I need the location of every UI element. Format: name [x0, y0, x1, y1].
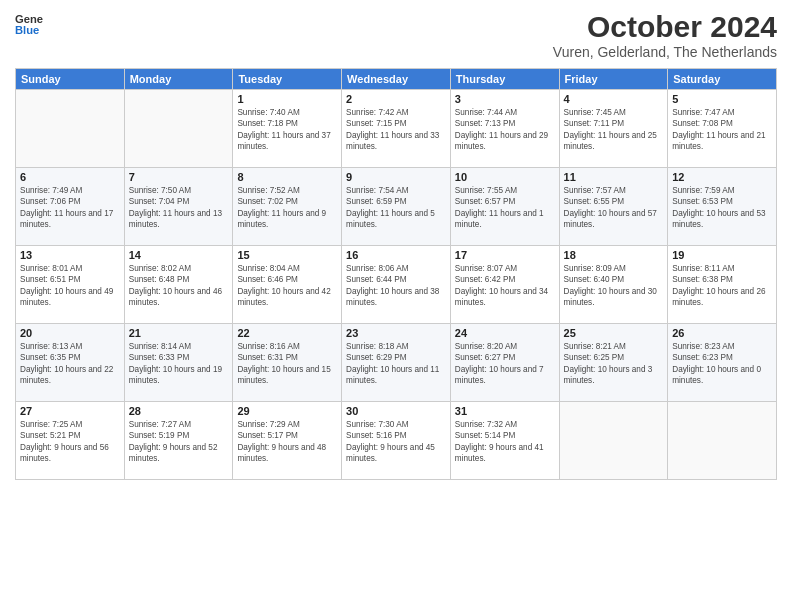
day-number: 27	[20, 405, 120, 417]
calendar-cell: 18Sunrise: 8:09 AM Sunset: 6:40 PM Dayli…	[559, 246, 668, 324]
calendar-row-1: 6Sunrise: 7:49 AM Sunset: 7:06 PM Daylig…	[16, 168, 777, 246]
logo: General Blue	[15, 10, 43, 38]
day-number: 30	[346, 405, 446, 417]
day-number: 13	[20, 249, 120, 261]
calendar-cell: 1Sunrise: 7:40 AM Sunset: 7:18 PM Daylig…	[233, 90, 342, 168]
calendar-cell: 16Sunrise: 8:06 AM Sunset: 6:44 PM Dayli…	[342, 246, 451, 324]
calendar-cell: 6Sunrise: 7:49 AM Sunset: 7:06 PM Daylig…	[16, 168, 125, 246]
day-info: Sunrise: 8:21 AM Sunset: 6:25 PM Dayligh…	[564, 341, 664, 387]
calendar-cell	[559, 402, 668, 480]
calendar-cell	[124, 90, 233, 168]
calendar-cell: 17Sunrise: 8:07 AM Sunset: 6:42 PM Dayli…	[450, 246, 559, 324]
day-number: 4	[564, 93, 664, 105]
day-info: Sunrise: 7:55 AM Sunset: 6:57 PM Dayligh…	[455, 185, 555, 231]
day-info: Sunrise: 8:07 AM Sunset: 6:42 PM Dayligh…	[455, 263, 555, 309]
day-info: Sunrise: 8:02 AM Sunset: 6:48 PM Dayligh…	[129, 263, 229, 309]
svg-text:Blue: Blue	[15, 24, 39, 36]
day-info: Sunrise: 7:45 AM Sunset: 7:11 PM Dayligh…	[564, 107, 664, 153]
day-info: Sunrise: 7:49 AM Sunset: 7:06 PM Dayligh…	[20, 185, 120, 231]
col-tuesday: Tuesday	[233, 69, 342, 90]
calendar-cell: 26Sunrise: 8:23 AM Sunset: 6:23 PM Dayli…	[668, 324, 777, 402]
col-sunday: Sunday	[16, 69, 125, 90]
day-info: Sunrise: 8:20 AM Sunset: 6:27 PM Dayligh…	[455, 341, 555, 387]
col-monday: Monday	[124, 69, 233, 90]
day-number: 21	[129, 327, 229, 339]
main-title: October 2024	[553, 10, 777, 44]
day-info: Sunrise: 7:42 AM Sunset: 7:15 PM Dayligh…	[346, 107, 446, 153]
day-number: 31	[455, 405, 555, 417]
subtitle: Vuren, Gelderland, The Netherlands	[553, 44, 777, 60]
day-info: Sunrise: 7:32 AM Sunset: 5:14 PM Dayligh…	[455, 419, 555, 465]
day-info: Sunrise: 7:27 AM Sunset: 5:19 PM Dayligh…	[129, 419, 229, 465]
day-info: Sunrise: 7:29 AM Sunset: 5:17 PM Dayligh…	[237, 419, 337, 465]
day-number: 25	[564, 327, 664, 339]
day-info: Sunrise: 7:30 AM Sunset: 5:16 PM Dayligh…	[346, 419, 446, 465]
calendar-cell: 3Sunrise: 7:44 AM Sunset: 7:13 PM Daylig…	[450, 90, 559, 168]
day-info: Sunrise: 8:18 AM Sunset: 6:29 PM Dayligh…	[346, 341, 446, 387]
day-number: 20	[20, 327, 120, 339]
calendar-cell: 25Sunrise: 8:21 AM Sunset: 6:25 PM Dayli…	[559, 324, 668, 402]
day-number: 10	[455, 171, 555, 183]
day-number: 6	[20, 171, 120, 183]
day-info: Sunrise: 7:25 AM Sunset: 5:21 PM Dayligh…	[20, 419, 120, 465]
day-info: Sunrise: 8:06 AM Sunset: 6:44 PM Dayligh…	[346, 263, 446, 309]
calendar-row-3: 20Sunrise: 8:13 AM Sunset: 6:35 PM Dayli…	[16, 324, 777, 402]
day-number: 12	[672, 171, 772, 183]
header-row: Sunday Monday Tuesday Wednesday Thursday…	[16, 69, 777, 90]
day-number: 7	[129, 171, 229, 183]
day-number: 11	[564, 171, 664, 183]
calendar-cell: 9Sunrise: 7:54 AM Sunset: 6:59 PM Daylig…	[342, 168, 451, 246]
page: General Blue October 2024 Vuren, Gelderl…	[0, 0, 792, 612]
day-number: 23	[346, 327, 446, 339]
calendar-cell: 29Sunrise: 7:29 AM Sunset: 5:17 PM Dayli…	[233, 402, 342, 480]
calendar-cell: 4Sunrise: 7:45 AM Sunset: 7:11 PM Daylig…	[559, 90, 668, 168]
day-number: 22	[237, 327, 337, 339]
calendar-cell: 13Sunrise: 8:01 AM Sunset: 6:51 PM Dayli…	[16, 246, 125, 324]
calendar-cell: 10Sunrise: 7:55 AM Sunset: 6:57 PM Dayli…	[450, 168, 559, 246]
title-block: October 2024 Vuren, Gelderland, The Neth…	[553, 10, 777, 60]
day-number: 17	[455, 249, 555, 261]
day-number: 14	[129, 249, 229, 261]
day-info: Sunrise: 8:16 AM Sunset: 6:31 PM Dayligh…	[237, 341, 337, 387]
day-info: Sunrise: 8:11 AM Sunset: 6:38 PM Dayligh…	[672, 263, 772, 309]
day-info: Sunrise: 7:40 AM Sunset: 7:18 PM Dayligh…	[237, 107, 337, 153]
svg-text:General: General	[15, 13, 43, 25]
calendar-cell: 11Sunrise: 7:57 AM Sunset: 6:55 PM Dayli…	[559, 168, 668, 246]
calendar-cell: 27Sunrise: 7:25 AM Sunset: 5:21 PM Dayli…	[16, 402, 125, 480]
day-info: Sunrise: 8:01 AM Sunset: 6:51 PM Dayligh…	[20, 263, 120, 309]
calendar-cell: 12Sunrise: 7:59 AM Sunset: 6:53 PM Dayli…	[668, 168, 777, 246]
day-number: 2	[346, 93, 446, 105]
day-number: 1	[237, 93, 337, 105]
calendar-cell: 24Sunrise: 8:20 AM Sunset: 6:27 PM Dayli…	[450, 324, 559, 402]
calendar-cell: 20Sunrise: 8:13 AM Sunset: 6:35 PM Dayli…	[16, 324, 125, 402]
day-info: Sunrise: 7:47 AM Sunset: 7:08 PM Dayligh…	[672, 107, 772, 153]
calendar: Sunday Monday Tuesday Wednesday Thursday…	[15, 68, 777, 480]
calendar-cell: 23Sunrise: 8:18 AM Sunset: 6:29 PM Dayli…	[342, 324, 451, 402]
day-number: 9	[346, 171, 446, 183]
day-info: Sunrise: 8:23 AM Sunset: 6:23 PM Dayligh…	[672, 341, 772, 387]
day-number: 29	[237, 405, 337, 417]
day-info: Sunrise: 8:14 AM Sunset: 6:33 PM Dayligh…	[129, 341, 229, 387]
day-number: 16	[346, 249, 446, 261]
day-number: 19	[672, 249, 772, 261]
day-info: Sunrise: 7:54 AM Sunset: 6:59 PM Dayligh…	[346, 185, 446, 231]
calendar-cell: 2Sunrise: 7:42 AM Sunset: 7:15 PM Daylig…	[342, 90, 451, 168]
day-info: Sunrise: 8:13 AM Sunset: 6:35 PM Dayligh…	[20, 341, 120, 387]
day-info: Sunrise: 7:50 AM Sunset: 7:04 PM Dayligh…	[129, 185, 229, 231]
calendar-row-0: 1Sunrise: 7:40 AM Sunset: 7:18 PM Daylig…	[16, 90, 777, 168]
col-wednesday: Wednesday	[342, 69, 451, 90]
day-number: 18	[564, 249, 664, 261]
col-thursday: Thursday	[450, 69, 559, 90]
day-number: 3	[455, 93, 555, 105]
header: General Blue October 2024 Vuren, Gelderl…	[15, 10, 777, 60]
day-number: 5	[672, 93, 772, 105]
calendar-row-2: 13Sunrise: 8:01 AM Sunset: 6:51 PM Dayli…	[16, 246, 777, 324]
calendar-cell: 19Sunrise: 8:11 AM Sunset: 6:38 PM Dayli…	[668, 246, 777, 324]
logo-icon: General Blue	[15, 10, 43, 38]
calendar-cell	[668, 402, 777, 480]
day-number: 28	[129, 405, 229, 417]
day-info: Sunrise: 7:44 AM Sunset: 7:13 PM Dayligh…	[455, 107, 555, 153]
col-friday: Friday	[559, 69, 668, 90]
day-info: Sunrise: 8:09 AM Sunset: 6:40 PM Dayligh…	[564, 263, 664, 309]
calendar-cell: 14Sunrise: 8:02 AM Sunset: 6:48 PM Dayli…	[124, 246, 233, 324]
